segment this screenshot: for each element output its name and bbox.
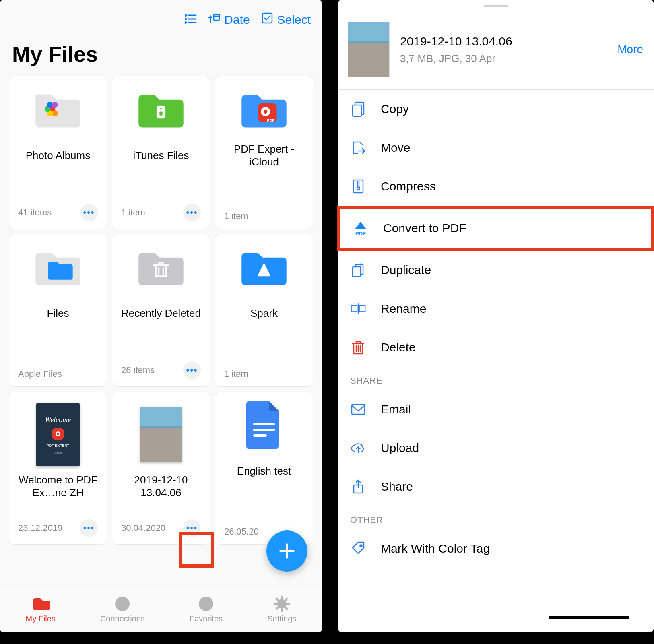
tile-name: iTunes Files [133,142,189,169]
svg-rect-49 [357,187,359,190]
svg-text:PDF: PDF [267,118,274,122]
folder-pdf-thumb: PDF [238,87,290,131]
file-tile[interactable]: Photo Albums41 items••• [9,76,107,229]
folder-green-thumb [135,87,187,131]
file-tile[interactable]: 2019-12-10 13.04.0630.04.2020••• [112,392,210,545]
action-compress[interactable]: Compress [338,167,654,206]
action-label: Rename [381,302,426,316]
tile-meta: 1 item [121,207,145,218]
rename-icon [350,301,366,317]
sheet-handle[interactable] [484,5,508,7]
svg-point-3 [185,14,186,16]
more-button[interactable]: ••• [80,204,98,221]
svg-rect-16 [159,112,162,116]
file-tile[interactable]: FilesApple Files [9,234,107,387]
svg-point-5 [185,22,186,23]
tab-label: Favorites [190,614,223,623]
tab-connections[interactable]: Connections [100,596,145,623]
right-screen: 2019-12-10 13.04.06 3,7 MB, JPG, 30 Apr … [338,0,654,632]
share-section-label: SHARE [338,367,654,390]
tile-meta: 41 items [18,207,52,218]
more-link[interactable]: More [617,43,643,56]
duplicate-icon [350,262,366,278]
add-button[interactable] [266,530,307,572]
actions-list: CopyMoveCompressPDFConvert to PDFDuplica… [338,90,654,367]
tab-icon [196,596,217,612]
sort-date-button[interactable]: Date [208,12,250,27]
tile-footer: 1 item [221,365,307,381]
tile-footer: 23.12.2019••• [15,515,101,539]
action-label: Delete [381,341,416,354]
file-header: 2019-12-10 13.04.06 3,7 MB, JPG, 30 Apr … [338,10,654,89]
action-label: Upload [381,441,419,455]
more-button[interactable]: ••• [80,519,98,537]
svg-rect-51 [353,267,361,277]
folder-blue-thumb [32,245,84,289]
svg-line-43 [276,607,278,609]
file-tile[interactable]: WelcomePDF EXPERTReaddleWelcome to PDF E… [9,392,107,545]
more-button[interactable]: ••• [183,204,201,221]
svg-text:PDF: PDF [355,231,366,236]
svg-point-36 [278,600,285,607]
select-button[interactable]: Select [261,12,311,27]
tile-meta: 30.04.2020 [121,523,165,533]
file-thumbnail [348,22,390,77]
action-mark-with-color-tag[interactable]: Mark With Color Tag [338,529,654,568]
photo-thumb [135,402,187,467]
svg-line-42 [285,607,287,609]
action-rename[interactable]: Rename [338,289,654,328]
action-label: Convert to PDF [383,221,466,235]
tile-meta: 23.12.2019 [18,523,62,533]
tab-favorites[interactable]: Favorites [190,596,223,623]
action-duplicate[interactable]: Duplicate [338,251,654,289]
svg-rect-62 [352,405,365,414]
tile-name: Spark [250,299,278,327]
action-upload[interactable]: Upload [338,429,654,467]
file-tile[interactable]: PDFPDF Expert - iCloud1 item [215,76,313,229]
file-tile[interactable]: Recently Deleted26 items••• [112,234,210,387]
files-grid: Photo Albums41 items•••iTunes Files1 ite… [0,76,322,561]
folder-trash-thumb [135,245,187,289]
file-tile[interactable]: English test26.05.20 [215,392,313,545]
file-meta: 3,7 MB, JPG, 30 Apr [400,52,607,65]
tile-footer: 26 items••• [118,357,204,381]
action-move[interactable]: Move [338,128,654,167]
svg-point-19 [264,110,267,114]
action-copy[interactable]: Copy [338,90,654,128]
tile-name: 2019-12-10 13.04.06 [118,473,204,500]
view-list-button[interactable] [185,13,197,27]
tab-my-files[interactable]: My Files [25,596,55,623]
action-label: Duplicate [381,263,431,277]
tile-footer: Apple Files [15,365,101,381]
action-email[interactable]: Email [338,390,654,429]
more-button[interactable]: ••• [183,519,201,537]
toolbar: Date Select [0,0,322,32]
tile-name: English test [237,457,291,485]
action-label: Compress [381,180,436,193]
action-share[interactable]: Share [338,467,654,506]
folder-photos-thumb [32,87,84,131]
tile-meta: 26 items [121,365,155,376]
more-button[interactable]: ••• [183,361,201,379]
file-info: 2019-12-10 13.04.06 3,7 MB, JPG, 30 Apr [400,35,607,65]
copy-icon [350,101,366,117]
file-tile[interactable]: Spark1 item [215,234,313,387]
tab-settings[interactable]: Settings [267,596,296,623]
svg-rect-46 [353,180,363,193]
tile-name: Files [47,299,69,327]
tile-meta: 1 item [224,211,248,221]
page-title: My Files [0,32,322,76]
action-label: Copy [381,102,409,116]
tile-meta: Apple Files [18,369,62,379]
action-convert-to-pdf[interactable]: PDFConvert to PDF [337,206,654,251]
tile-name: Welcome to PDF Ex…ne ZH [15,473,101,500]
file-tile[interactable]: iTunes Files1 item••• [112,76,210,229]
convert-pdf-icon: PDF [353,220,369,236]
left-screen: Date Select My Files Photo Albums41 item… [0,0,322,632]
sort-label: Date [224,13,250,27]
tab-icon [30,596,51,612]
tab-icon [112,596,133,612]
tile-name: Photo Albums [26,142,90,169]
action-delete[interactable]: Delete [338,328,654,367]
tile-footer: 30.04.2020••• [118,515,204,539]
